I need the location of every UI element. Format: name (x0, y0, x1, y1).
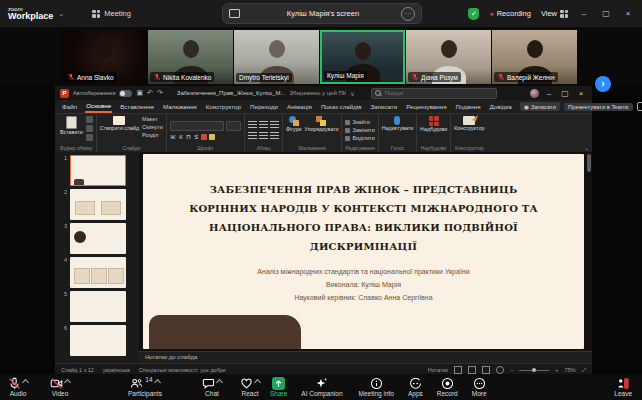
zoom-in-icon[interactable]: + (555, 367, 558, 373)
video-tile-valerii-zhelnin[interactable]: Валерій Желнін (492, 30, 577, 84)
cut-icon[interactable] (86, 116, 93, 123)
zoom-slider[interactable] (519, 370, 549, 371)
slide-thumbnail-5[interactable] (70, 291, 126, 322)
slide-canvas-area[interactable]: ЗАБЕЗПЕЧЕННЯ ПРАВ ЖІНОК – ПРЕДСТАВНИЦЬ К… (139, 152, 592, 351)
comments-icon[interactable] (637, 102, 642, 111)
slide-title[interactable]: ЗАБЕЗПЕЧЕННЯ ПРАВ ЖІНОК – ПРЕДСТАВНИЦЬ К… (180, 180, 548, 256)
ppt-maximize-button[interactable]: ▢ (559, 89, 571, 98)
tab-insert[interactable]: Вставлення (119, 102, 155, 112)
participants-button[interactable]: 14 Participants (128, 377, 162, 398)
zoom-level[interactable]: 75% (565, 367, 576, 373)
arrange-button[interactable]: Упорядкувати (305, 116, 339, 133)
react-button[interactable]: React (240, 377, 260, 398)
indent-icon[interactable] (270, 121, 279, 129)
view-button[interactable]: View (541, 9, 568, 18)
tab-review[interactable]: Рецензування (405, 102, 447, 112)
more-button[interactable]: More (472, 377, 487, 398)
designer-button[interactable]: Конструктор (454, 116, 484, 132)
paste-button[interactable]: Вставити (60, 116, 83, 136)
format-painter-icon[interactable] (86, 134, 93, 141)
record-presentation-button[interactable]: ◉Записати (520, 102, 560, 111)
participants-options-chevron-icon[interactable] (154, 379, 161, 386)
maximize-button[interactable]: ▢ (600, 9, 612, 18)
brand-chevron-icon[interactable]: ⌄ (58, 10, 64, 18)
tab-transitions[interactable]: Переходи (249, 102, 279, 112)
react-options-chevron-icon[interactable] (254, 379, 261, 386)
encryption-shield-icon[interactable]: ✓ (468, 8, 479, 20)
recording-indicator[interactable]: ● Recording (489, 9, 530, 18)
reading-view-icon[interactable] (482, 366, 490, 374)
slide-thumbnail-6[interactable] (70, 325, 126, 356)
addins-button[interactable]: Надбудови (420, 116, 447, 133)
tab-animations[interactable]: Анімація (286, 102, 313, 112)
highlight-color-icon[interactable] (209, 134, 215, 140)
ppt-minimize-button[interactable]: – (543, 89, 555, 98)
bullets-icon[interactable] (248, 121, 257, 129)
replace-button[interactable]: Замінити (345, 127, 374, 133)
tab-file[interactable]: Файл (61, 102, 78, 112)
account-avatar[interactable] (530, 89, 539, 98)
autosave-toggle[interactable] (119, 90, 132, 97)
notes-pane[interactable]: Нотатки до слайда (139, 351, 592, 363)
tab-options-icon[interactable]: ⋯ (401, 7, 415, 21)
numbering-icon[interactable] (259, 121, 268, 129)
ai-companion-button[interactable]: AI Companion (301, 377, 342, 398)
slideshow-view-icon[interactable] (496, 366, 504, 374)
tab-help[interactable]: Довідка (489, 102, 513, 112)
video-options-chevron-icon[interactable] (64, 379, 71, 386)
scrollbar-thumb[interactable] (587, 154, 591, 172)
audio-button[interactable]: Audio (8, 377, 28, 398)
slide-thumbnail-1[interactable] (70, 155, 126, 186)
search-input[interactable] (383, 89, 493, 97)
chat-button[interactable]: Chat (202, 377, 222, 398)
zoom-out-icon[interactable]: − (510, 367, 513, 373)
chat-options-chevron-icon[interactable] (216, 379, 223, 386)
video-tile-kulish-mariia[interactable]: Куліш Марія (320, 30, 405, 84)
video-tile-anna-slavko[interactable]: Anna Slavko (62, 30, 147, 84)
meeting-tab[interactable]: Meeting (92, 9, 131, 18)
tab-slideshow[interactable]: Показ слайдів (320, 102, 363, 112)
font-color-icon[interactable] (201, 134, 207, 140)
audio-options-chevron-icon[interactable] (22, 379, 29, 386)
reset-button[interactable]: Скинути (142, 124, 163, 130)
align-left-icon[interactable] (248, 132, 257, 140)
normal-view-icon[interactable] (454, 366, 462, 374)
present-in-teams-button[interactable]: Презентувати в Teams (564, 103, 633, 111)
video-tile-diana-rozum[interactable]: Діана Розум (406, 30, 491, 84)
apps-button[interactable]: Apps (408, 377, 423, 398)
align-center-icon[interactable] (259, 132, 268, 140)
tab-design[interactable]: Конструктор (205, 102, 242, 112)
ppt-search-box[interactable] (371, 88, 497, 99)
next-participants-button[interactable]: › (595, 76, 611, 92)
slide-scrollbar[interactable] (587, 154, 591, 345)
saved-status[interactable]: Збережено у цей ПК (289, 90, 346, 96)
layout-button[interactable]: Макет (142, 116, 163, 122)
current-slide[interactable]: ЗАБЕЗПЕЧЕННЯ ПРАВ ЖІНОК – ПРЕДСТАВНИЦЬ К… (143, 154, 584, 349)
redo-icon[interactable]: ↷ (157, 89, 163, 97)
dictate-button[interactable]: Надиктувати (382, 116, 413, 132)
collapse-ribbon-icon[interactable]: ⌄ (584, 144, 589, 151)
record-button[interactable]: Record (437, 377, 458, 398)
screen-share-tab[interactable]: Куліш Марія's screen ⋯ (222, 3, 422, 24)
minimize-button[interactable]: – (578, 9, 590, 18)
video-tile-dmytro-terletskyi[interactable]: Dmytro Terletskyi (234, 30, 319, 84)
notes-toggle-button[interactable]: Нотатки (428, 367, 448, 373)
font-size-box[interactable] (226, 121, 241, 131)
tab-view[interactable]: Подання (455, 102, 482, 112)
leave-button[interactable]: Leave (614, 377, 632, 398)
font-style-buttons[interactable]: Ж К П S (170, 134, 199, 140)
section-button[interactable]: Розділ (142, 132, 163, 138)
slide-thumbnail-panel[interactable]: 1 2 3 4 5 (55, 152, 139, 363)
video-button[interactable]: Video (50, 377, 70, 398)
shapes-button[interactable]: Фігури (286, 116, 302, 133)
find-button[interactable]: Знайти (345, 119, 374, 125)
meeting-info-button[interactable]: Meeting info (359, 377, 394, 398)
copy-icon[interactable] (86, 125, 93, 132)
tab-home[interactable]: Основне (85, 101, 112, 113)
slide-subtitle-block[interactable]: Аналіз міжнародних стандартів та націона… (143, 265, 584, 304)
font-name-box[interactable] (170, 121, 224, 131)
video-tile-nikita-kovalenko[interactable]: Nikita Kovalenko (148, 30, 233, 84)
select-button[interactable]: Виділити (345, 135, 374, 141)
slide-thumbnail-4[interactable] (70, 257, 126, 288)
fit-to-window-icon[interactable]: ⤢ (582, 367, 586, 374)
